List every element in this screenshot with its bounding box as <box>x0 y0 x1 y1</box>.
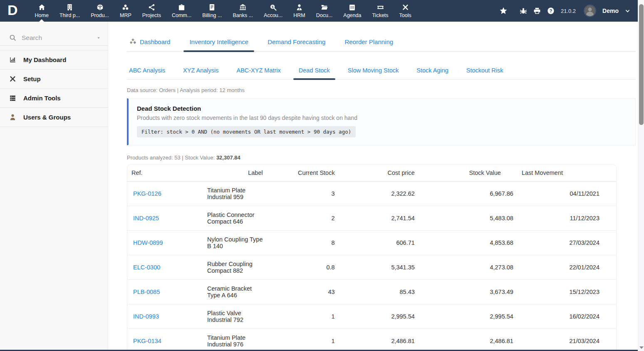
print-icon[interactable] <box>533 7 541 15</box>
menu-item-icon <box>122 4 129 11</box>
analysis-tab[interactable]: Dead Stock <box>297 62 332 79</box>
cost-price-cell: 85.43 <box>339 280 419 304</box>
menu-item-label: Agenda <box>343 12 361 18</box>
active-menu-caret <box>39 19 44 22</box>
cost-price-cell: 606.71 <box>339 231 419 255</box>
table-row: IND-0925 Plastic Connector Compact 646 2… <box>127 206 616 231</box>
analysis-tab[interactable]: Slow Moving Stock <box>346 62 401 79</box>
menu-item-label: Produ... <box>91 12 109 18</box>
menu-item[interactable]: Billing ... <box>197 0 227 22</box>
menu-item[interactable]: Docu... <box>311 0 338 22</box>
sidebar-item[interactable]: Users & Groups <box>0 108 108 127</box>
product-ref-link[interactable]: HDW-0899 <box>133 239 163 246</box>
module-tab[interactable]: Dashboard <box>127 33 173 51</box>
menu-item[interactable]: Tools <box>394 0 417 22</box>
analysis-tab[interactable]: ABC-XYZ Matrix <box>234 62 282 79</box>
last-movement-cell: 15/12/2023 <box>518 280 616 304</box>
menu-item[interactable]: Agenda <box>338 0 367 22</box>
app-logo[interactable]: D <box>7 3 18 17</box>
menu-item-icon <box>178 4 185 11</box>
bookmark-star-icon[interactable] <box>499 7 508 15</box>
analysis-tab-label: Stock Aging <box>416 67 448 74</box>
info-box-title: Dead Stock Detection <box>137 105 627 112</box>
analysis-tab[interactable]: Stock Aging <box>414 62 451 79</box>
dead-stock-table: Ref.LabelCurrent StockCost priceStock Va… <box>127 164 617 350</box>
menu-item-label: Docu... <box>316 12 333 18</box>
menu-item[interactable]: Third p... <box>54 0 85 22</box>
module-tab[interactable]: Inventory Intelligence <box>187 33 251 51</box>
menu-item[interactable]: Banks ... <box>227 0 258 22</box>
menu-item-icon <box>38 4 45 11</box>
analysis-tab[interactable]: XYZ Analysis <box>181 62 220 79</box>
stock-value-cell: 5,483.08 <box>419 206 518 231</box>
bug-report-icon[interactable] <box>520 7 527 15</box>
column-header: Stock Value <box>419 164 518 182</box>
product-ref-link[interactable]: PLB-0085 <box>133 289 160 295</box>
product-ref-link[interactable]: PKG-0134 <box>133 338 161 344</box>
menu-item[interactable]: Projects <box>137 0 166 22</box>
last-movement-cell: 27/03/2024 <box>518 231 616 255</box>
menu-item-label: Banks ... <box>233 12 253 18</box>
stock-value-cell: 2,486.81 <box>419 329 518 350</box>
cost-price-cell: 2,486.81 <box>339 329 419 350</box>
product-label: Plastic Valve Industrial 792 <box>203 304 267 329</box>
column-header: Cost price <box>339 164 419 182</box>
column-header: Ref. <box>127 164 203 182</box>
menu-item[interactable]: Accou... <box>258 0 288 22</box>
sidebar-search <box>0 22 108 46</box>
module-tab-label: Reorder Planning <box>344 38 393 45</box>
main-menu: Home Third p... Produ... MRP <box>30 0 417 22</box>
current-stock-cell: 1 <box>267 329 339 350</box>
menu-item[interactable]: Produ... <box>85 0 114 22</box>
cost-price-cell: 2,741.54 <box>339 206 419 231</box>
top-navbar: D Home Third p... Produ... MR <box>0 0 638 22</box>
menu-item-icon <box>97 4 104 11</box>
product-ref-link[interactable]: IND-0925 <box>133 215 159 222</box>
module-tab[interactable]: Reorder Planning <box>342 33 396 51</box>
table-row: HDW-0899 Nylon Coupling Type B 140 8 606… <box>127 231 616 255</box>
menu-item-label: Projects <box>142 12 161 18</box>
menu-item-icon <box>239 4 246 11</box>
menu-item[interactable]: Tickets <box>367 0 394 22</box>
cost-price-cell: 2,322.62 <box>339 182 419 206</box>
current-stock-cell: 0.8 <box>267 255 339 280</box>
module-tab[interactable]: Demand Forecasting <box>265 33 328 51</box>
scroll-down-arrow[interactable] <box>639 346 644 349</box>
menu-item[interactable]: Comm... <box>166 0 197 22</box>
menu-item-icon <box>402 4 409 11</box>
analysis-tab[interactable]: ABC Analysis <box>127 62 167 79</box>
vertical-scrollbar[interactable] <box>638 0 644 351</box>
product-label: Titanium Plate Industrial 976 <box>203 329 267 350</box>
sidebar-item-label: My Dashboard <box>23 56 66 63</box>
info-box-description: Products with zero stock movements in th… <box>137 115 627 121</box>
current-stock-cell: 43 <box>267 280 339 304</box>
menu-item[interactable]: MRP <box>114 0 137 22</box>
scrollbar-thumb[interactable] <box>639 4 644 125</box>
menu-item[interactable]: HRM <box>288 0 310 22</box>
menu-item[interactable]: Home <box>30 0 54 22</box>
last-movement-cell: 21/03/2024 <box>518 329 616 350</box>
help-icon[interactable] <box>547 7 555 15</box>
chevron-down-icon[interactable] <box>625 8 630 14</box>
user-avatar[interactable] <box>584 5 596 17</box>
menu-item-icon <box>148 4 155 11</box>
sidebar-item[interactable]: My Dashboard <box>0 50 108 70</box>
sidebar-item[interactable]: Admin Tools <box>0 89 108 108</box>
analysis-tab[interactable]: Stockout Risk <box>464 62 505 79</box>
menu-item-icon <box>321 4 328 11</box>
product-ref-link[interactable]: IND-0993 <box>133 313 159 320</box>
menu-item-icon <box>270 4 277 11</box>
sidebar-item-icon <box>9 75 16 82</box>
product-ref-link[interactable]: PKG-0126 <box>133 190 161 197</box>
user-menu[interactable]: Demo <box>602 7 619 14</box>
table-row: PLB-0085 Ceramic Bracket Type A 646 43 8… <box>127 280 616 304</box>
current-stock-cell: 1 <box>267 304 339 329</box>
analysis-tab-label: Stockout Risk <box>466 67 503 74</box>
search-caret-icon[interactable] <box>96 35 101 40</box>
search-input[interactable] <box>21 34 92 42</box>
module-tab-label: Inventory Intelligence <box>189 38 248 45</box>
product-label: Titanium Plate Industrial 959 <box>203 182 267 206</box>
analysis-tab-label: Dead Stock <box>299 67 330 74</box>
sidebar-item[interactable]: Setup <box>0 70 108 89</box>
product-ref-link[interactable]: ELC-0300 <box>133 264 160 271</box>
